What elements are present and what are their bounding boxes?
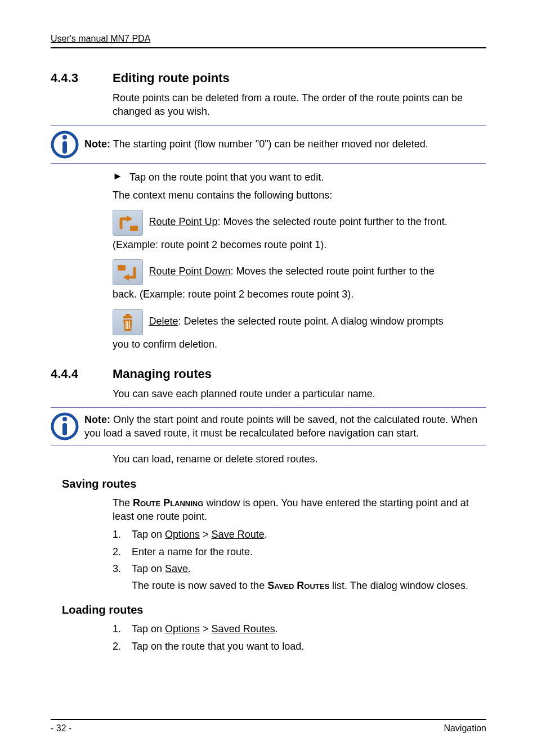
options-link: Options: [165, 529, 200, 540]
section-444-after-note: You can load, rename or delete stored ro…: [113, 452, 486, 466]
save-route-link: Save Route: [212, 529, 265, 540]
saving-intro: The Route Planning window is open. You h…: [113, 496, 486, 524]
svg-rect-2: [62, 141, 67, 154]
saving-intro-pre: The: [113, 497, 133, 508]
route-point-up-tail: : Moves the selected route point further…: [218, 216, 448, 227]
note-prefix: Note:: [84, 138, 110, 150]
bullet-arrow-icon: ►: [113, 170, 129, 184]
svg-point-11: [62, 417, 67, 421]
note-prefix: Note:: [84, 414, 110, 425]
list-number: 1.: [113, 622, 132, 636]
loading-step1-post: .: [275, 623, 278, 634]
section-title-444: Managing routes: [113, 367, 212, 381]
note-text-443: Note: The starting point (flow number "0…: [84, 137, 428, 151]
saving-result: The route is now saved to the Saved Rout…: [132, 579, 486, 592]
delete-text: Delete: Deletes the selected route point…: [149, 316, 443, 327]
section-number-444: 4.4.4: [51, 367, 113, 381]
saved-routes-sc: Saved Routes: [267, 580, 329, 591]
route-point-down-line2: back. (Example: route point 2 becomes ro…: [113, 287, 486, 301]
route-point-up-text: Route Point Up: Moves the selected route…: [149, 216, 447, 227]
delete-tail: : Deletes the selected route point. A di…: [178, 316, 443, 327]
delete-label: Delete: [149, 316, 178, 327]
list-number: 3.: [113, 562, 132, 575]
note-box-444: Note: Only the start point and route poi…: [51, 407, 486, 446]
route-point-up-line2: (Example: route point 2 becomes route po…: [113, 238, 486, 251]
route-point-down-button[interactable]: [113, 259, 143, 285]
saved-routes-link: Saved Routes: [212, 623, 275, 634]
info-icon: [51, 412, 84, 440]
loading-routes-title: Loading routes: [62, 604, 143, 616]
options-link: Options: [165, 623, 200, 634]
note-body: Only the start point and route points wi…: [84, 414, 477, 439]
route-point-down-label: Route Point Down: [149, 266, 230, 277]
saving-result-pre: The route is now saved to the: [132, 580, 267, 591]
info-icon: [51, 130, 84, 159]
route-point-down-tail: : Moves the selected route point further…: [231, 266, 435, 277]
svg-rect-6: [126, 314, 130, 316]
saving-step1-mid: >: [200, 529, 212, 540]
loading-step1: Tap on Options > Saved Routes.: [132, 622, 278, 636]
saving-result-post: list. The dialog window closes.: [329, 580, 468, 591]
footer-section: Navigation: [444, 723, 486, 734]
section-443-intro: Route points can be deleted from a route…: [113, 91, 486, 119]
list-number: 2.: [113, 545, 132, 559]
saving-step3-pre: Tap on: [132, 563, 165, 574]
saving-step1-post: .: [265, 529, 267, 540]
delete-button[interactable]: [113, 309, 143, 335]
svg-rect-4: [118, 265, 126, 271]
route-point-down-text: Route Point Down: Moves the selected rou…: [149, 266, 434, 277]
list-number: 1.: [113, 528, 132, 541]
route-point-up-label: Route Point Up: [149, 216, 217, 227]
delete-line2: you to confirm deletion.: [113, 338, 486, 351]
svg-point-1: [62, 135, 67, 140]
svg-rect-5: [123, 316, 132, 318]
section-title-443: Editing route points: [113, 71, 230, 86]
route-planning-sc: Route Planning: [133, 497, 203, 508]
context-menu-line: The context menu contains the following …: [113, 188, 486, 202]
save-link: Save: [165, 563, 188, 574]
note-body: The starting point (flow number "0") can…: [110, 138, 428, 150]
loading-step1-pre: Tap on: [132, 623, 165, 634]
route-point-up-button[interactable]: [113, 210, 143, 236]
svg-rect-3: [130, 226, 138, 231]
note-text-444: Note: Only the start point and route poi…: [84, 413, 486, 440]
saving-step1-pre: Tap on: [132, 529, 165, 540]
saving-step2: Enter a name for the route.: [132, 545, 253, 559]
loading-step1-mid: >: [200, 623, 212, 634]
page-number: - 32 -: [51, 723, 71, 734]
saving-step3-post: .: [188, 563, 191, 574]
saving-step3: Tap on Save.: [132, 562, 191, 575]
page-header: User's manual MN7 PDA: [51, 34, 486, 48]
loading-step2: Tap on the route that you want to load.: [132, 640, 304, 653]
saving-step1: Tap on Options > Save Route.: [132, 528, 267, 541]
note-box-443: Note: The starting point (flow number "0…: [51, 125, 486, 164]
svg-rect-12: [62, 423, 67, 435]
bullet-tap-route-point: Tap on the route point that you want to …: [129, 170, 324, 184]
section-444-intro: You can save each planned route under a …: [113, 387, 486, 400]
list-number: 2.: [113, 640, 132, 653]
saving-routes-title: Saving routes: [62, 478, 136, 490]
section-number-443: 4.4.3: [51, 71, 113, 86]
